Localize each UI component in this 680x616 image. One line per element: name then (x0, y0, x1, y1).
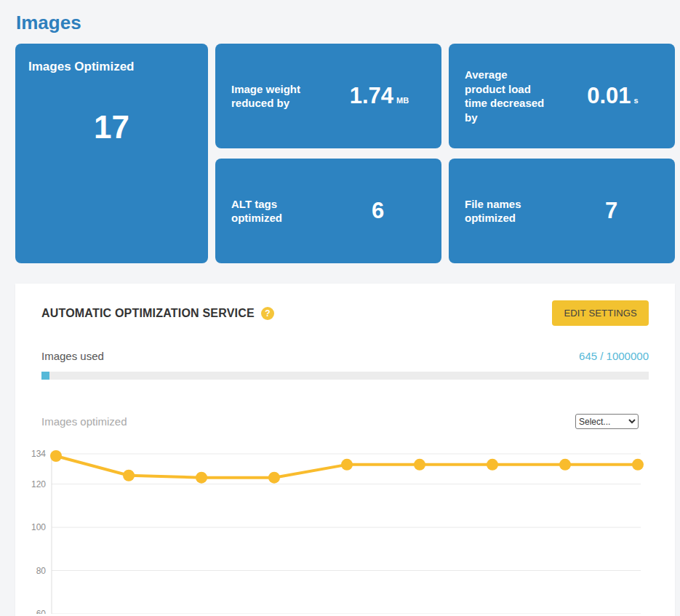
stats-middle-column: Image weight reduced by 1.74MB ALT tags … (215, 44, 441, 263)
images-optimized-chart: 1341201008060 (30, 443, 670, 614)
stat-card-alt-tags: ALT tags optimized 6 (215, 159, 441, 263)
usage-progress-bar (41, 372, 649, 380)
optimization-service-panel: AUTOMATIC OPTIMIZATION SERVICE ? EDIT SE… (15, 284, 675, 616)
svg-text:60: 60 (36, 609, 47, 614)
svg-text:100: 100 (31, 522, 46, 532)
images-optimized-label: Images optimized (41, 415, 127, 428)
stat-label: File names optimized (449, 197, 551, 225)
period-select[interactable]: Select... (575, 414, 639, 429)
stat-value: 17 (28, 109, 195, 145)
stat-card-image-weight: Image weight reduced by 1.74MB (215, 44, 441, 148)
images-used-label: Images used (41, 350, 104, 362)
stat-card-load-time: Average product load time decreased by 0… (449, 44, 675, 148)
svg-text:120: 120 (31, 479, 46, 489)
stat-value: 0.01s (551, 83, 675, 109)
stat-unit: MB (396, 96, 409, 105)
chart-header: Images optimized Select... (41, 414, 649, 429)
stat-value: 6 (317, 198, 441, 224)
stat-label: Images Optimized (28, 60, 195, 74)
help-icon[interactable]: ? (261, 307, 274, 320)
images-used-row: Images used 645 / 1000000 (41, 350, 649, 362)
stats-right-column: Average product load time decreased by 0… (449, 44, 675, 263)
stat-label: Image weight reduced by (215, 82, 317, 111)
stats-cards: Images Optimized 17 Image weight reduced… (15, 44, 675, 263)
stat-label: ALT tags optimized (215, 197, 317, 225)
edit-settings-button[interactable]: EDIT SETTINGS (552, 300, 649, 326)
stat-card-file-names: File names optimized 7 (449, 159, 675, 263)
svg-text:80: 80 (36, 566, 47, 576)
usage-progress-fill (41, 372, 49, 380)
panel-header: AUTOMATIC OPTIMIZATION SERVICE ? EDIT SE… (41, 300, 649, 326)
stat-unit: s (634, 96, 639, 105)
svg-text:134: 134 (31, 449, 46, 459)
images-used-count: 645 / 1000000 (579, 350, 649, 362)
panel-title: AUTOMATIC OPTIMIZATION SERVICE (41, 307, 255, 320)
stat-card-images-optimized: Images Optimized 17 (15, 44, 208, 263)
stat-label: Average product load time decreased by (449, 68, 551, 124)
stat-value: 7 (551, 198, 675, 224)
page-title: Images (0, 0, 680, 44)
stat-value: 1.74MB (317, 83, 441, 109)
